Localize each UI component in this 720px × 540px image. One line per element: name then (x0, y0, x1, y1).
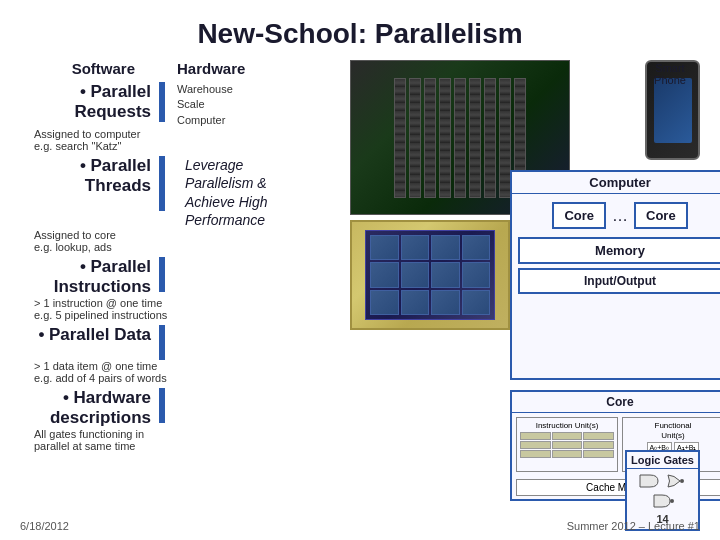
bullet-parallel-requests: • Parallel Requests WarehouseScaleComput… (20, 82, 340, 152)
software-label: Software (72, 60, 145, 77)
leverage-text: Leverage Parallelism & Achieve High Perf… (185, 156, 268, 229)
date-label: 6/18/2012 (20, 520, 69, 532)
hardware-label: Hardware (169, 60, 245, 77)
core-dots: … (612, 207, 628, 225)
right-column: SmartPhone (350, 60, 700, 530)
bottom-bar: 6/18/2012 Summer 2012 – Lecture #1 (20, 520, 700, 532)
bullet-hardware-descriptions: • Hardware descriptions All gates functi… (20, 388, 340, 452)
bullet2-sub1: Assigned to core (34, 229, 340, 241)
smartphone-label: SmartPhone (640, 62, 700, 86)
sw-hw-header: Software Hardware (20, 60, 340, 78)
core-box-2: Core (634, 202, 688, 229)
bullet4-sub2: e.g. add of 4 pairs of words (34, 372, 340, 384)
bullet4-label: Parallel Data (49, 325, 151, 344)
bullet-parallel-data: • Parallel Data > 1 data item @ one time… (20, 325, 340, 384)
bullet1-sub1: Assigned to computer (34, 128, 340, 140)
chip-image (350, 220, 510, 330)
logic-gates-title: Logic Gates (627, 452, 698, 469)
core-box-1: Core (552, 202, 606, 229)
bullet3-sub1: > 1 instruction @ one time (34, 297, 340, 309)
or-gate-icon (666, 473, 688, 489)
logic-gates-box: Logic Gates (625, 450, 700, 531)
bullet5-sub1: All gates functioning in (34, 428, 340, 440)
page: New-School: Parallelism Software Hardwar… (0, 0, 720, 540)
and-gate-icon (638, 473, 660, 489)
bullet3-label: Parallel Instructions (54, 257, 151, 296)
io-box: Input/Output (518, 268, 720, 294)
bullet-parallel-threads: • Parallel Threads Leverage Parallelism … (20, 156, 340, 253)
svg-point-0 (680, 479, 684, 483)
bullet4-sub1: > 1 data item @ one time (34, 360, 340, 372)
memory-box: Memory (518, 237, 720, 264)
bullet-parallel-instructions: • Parallel Instructions > 1 instruction … (20, 257, 340, 321)
instruction-unit: Instruction Unit(s) (516, 417, 618, 472)
page-title: New-School: Parallelism (20, 10, 700, 60)
bullet5-sub2: parallel at same time (34, 440, 340, 452)
bullet2-label: Parallel Threads (85, 156, 151, 195)
core-detail-title: Core (512, 392, 720, 413)
core-row: Core … Core (512, 194, 720, 233)
bullet2-sub2: e.g. lookup, ads (34, 241, 340, 253)
left-column: Software Hardware • Parallel Requests Wa… (20, 60, 340, 530)
bullet3-sub2: e.g. 5 pipelined instructions (34, 309, 340, 321)
gate-visual-1 (638, 473, 688, 489)
computer-diagram: Computer Core … Core Memory Input/Output (510, 170, 720, 380)
bullet1-sub2: e.g. search "Katz" (34, 140, 340, 152)
svg-point-1 (670, 499, 674, 503)
nand-gate-icon (652, 493, 674, 509)
lecture-label: Summer 2012 – Lecture #1 (567, 520, 700, 532)
bullet1-label: Parallel Requests (74, 82, 151, 121)
computer-title: Computer (512, 172, 720, 194)
content-area: Software Hardware • Parallel Requests Wa… (20, 60, 700, 530)
warehouse-label: WarehouseScaleComputer (177, 82, 233, 128)
